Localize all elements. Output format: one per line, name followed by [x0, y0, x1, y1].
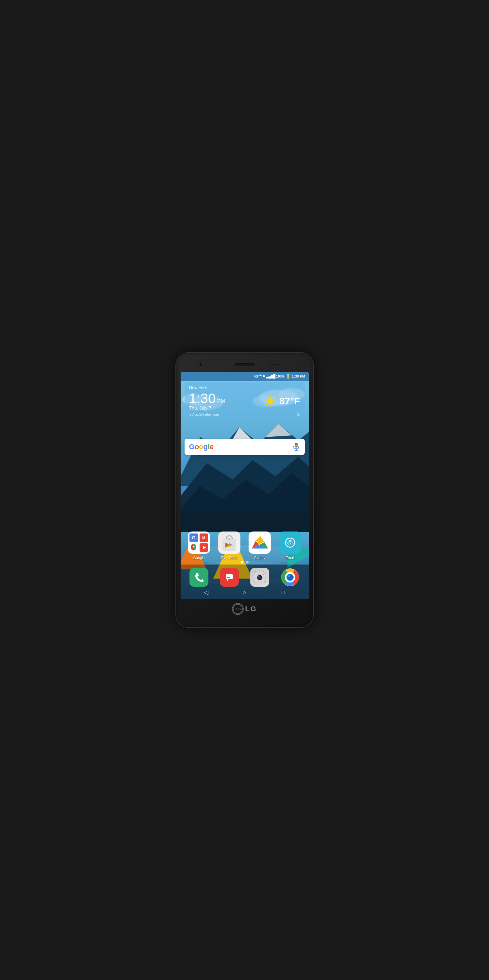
app-item-gallery[interactable]: Gallery [249, 531, 271, 560]
page-indicator [181, 561, 309, 563]
battery-icon: 🔋 [286, 374, 291, 379]
messages-app-icon [224, 571, 235, 583]
front-camera [199, 363, 202, 366]
svg-rect-53 [227, 576, 232, 576]
proximity-sensor [270, 363, 279, 366]
gallery-app-label: Gallery [254, 556, 265, 560]
dock-apps [181, 565, 309, 589]
gallery-icon-svg [250, 533, 270, 552]
google-logo: Google [189, 442, 214, 451]
earpiece-speaker [235, 363, 254, 366]
phone-device: 4GLTE ⇅ ▂▄▆█ 100% 🔋 1:30 PM New York 1:3… [176, 353, 313, 627]
lg-text: LG [245, 605, 257, 613]
svg-point-67 [287, 574, 293, 580]
app-grid: G M [181, 531, 309, 560]
svg-point-61 [259, 576, 259, 577]
battery-percentage: 100% [276, 375, 284, 378]
dock-camera-app[interactable] [250, 568, 269, 587]
date-display: Thu, July 7 [189, 405, 225, 410]
svg-text:@: @ [287, 539, 293, 546]
svg-rect-12 [181, 512, 309, 532]
temperature-value: 87°F [279, 396, 300, 407]
signal-strength-icon: ▂▄▆█ [266, 374, 275, 379]
status-icons: 4GLTE ⇅ ▂▄▆█ 100% 🔋 1:30 PM [254, 374, 305, 379]
recent-button[interactable]: □ [277, 589, 289, 596]
status-bar: 4GLTE ⇅ ▂▄▆█ 100% 🔋 1:30 PM [181, 372, 309, 381]
google-sub-maps [189, 543, 198, 552]
svg-line-24 [273, 397, 275, 398]
clock: 1:30 PM [292, 374, 305, 378]
lg-circle-logo: LG [232, 603, 244, 615]
app-item-google[interactable]: G M [188, 531, 210, 560]
svg-line-23 [273, 404, 275, 405]
svg-line-22 [265, 397, 267, 398]
navigation-bar: ◁ ○ □ [181, 589, 309, 599]
svg-text:LG: LG [235, 607, 242, 611]
weather-temperature: 87°F [263, 394, 300, 408]
google-sub-youtube [200, 543, 208, 552]
lg-brand-logo: LG LG [232, 603, 257, 615]
svg-point-63 [262, 574, 264, 575]
google-sub-g: G [189, 533, 198, 542]
page-dot-2 [246, 561, 249, 563]
svg-line-25 [265, 404, 267, 405]
refresh-icon[interactable]: ↻ [296, 412, 300, 417]
phone-app-icon [194, 572, 204, 582]
app-item-email[interactable]: @ Email [279, 531, 301, 560]
back-button[interactable]: ◁ [200, 589, 212, 596]
dock-messages-app[interactable] [220, 568, 239, 587]
playstore-app-icon[interactable] [218, 531, 240, 554]
email-app-icon[interactable]: @ [279, 531, 301, 554]
dock-phone-app[interactable] [189, 568, 208, 587]
google-search-bar[interactable]: Google [184, 439, 305, 455]
svg-rect-27 [295, 443, 298, 445]
page-dot-1 [241, 561, 243, 563]
chrome-app-icon [281, 568, 299, 586]
email-icon-svg: @ [283, 535, 297, 550]
google-app-label: Google [193, 556, 205, 560]
accuweather-bar: ⚙ AccuWeather.com ↻ [189, 412, 300, 417]
email-app-label: Email [286, 556, 295, 560]
phone-screen: 4GLTE ⇅ ▂▄▆█ 100% 🔋 1:30 PM New York 1:3… [181, 372, 309, 599]
phone-bottom-area: LG LG [232, 601, 257, 617]
weather-widget[interactable]: New York 1:30 PM Thu, July 7 [184, 382, 305, 420]
gallery-app-icon[interactable] [249, 531, 271, 554]
weather-sun-icon [263, 394, 277, 408]
app-item-playstore[interactable]: Play Store [218, 531, 240, 560]
home-button[interactable]: ○ [238, 589, 250, 596]
data-arrows-icon: ⇅ [263, 375, 265, 378]
clock-time: 1:30 [189, 391, 216, 406]
clock-ampm: PM [217, 398, 225, 404]
svg-rect-51 [226, 574, 233, 579]
bottom-dock: ◁ ○ □ [181, 565, 309, 599]
voice-search-icon[interactable] [292, 443, 300, 451]
weather-city: New York [189, 385, 300, 390]
accuweather-logo: ⚙ AccuWeather.com [189, 413, 219, 417]
weather-time: 1:30 PM Thu, July 7 [189, 391, 225, 410]
playstore-app-label: Play Store [221, 556, 238, 560]
svg-rect-54 [227, 577, 230, 578]
svg-point-33 [193, 546, 195, 547]
google-sub-m: M [200, 533, 208, 542]
svg-rect-31 [295, 446, 297, 447]
network-type-icon: 4GLTE [254, 374, 262, 378]
svg-point-17 [267, 398, 273, 404]
svg-rect-37 [228, 538, 230, 540]
playstore-bag-svg [221, 534, 238, 552]
camera-app-icon [254, 571, 265, 583]
dock-chrome-app[interactable] [281, 568, 300, 587]
svg-point-68 [288, 575, 290, 577]
phone-top-bar [181, 359, 309, 371]
svg-rect-62 [258, 574, 260, 575]
google-app-icon[interactable]: G M [188, 531, 210, 554]
